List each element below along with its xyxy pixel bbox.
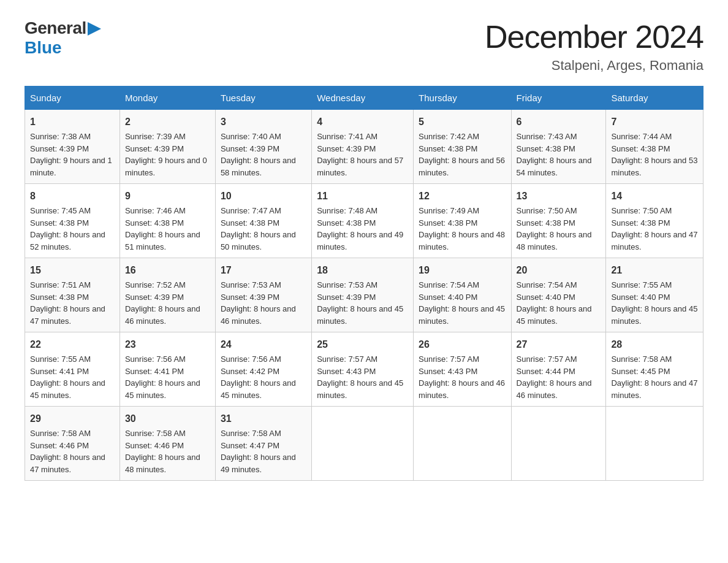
cell-info-line: Daylight: 8 hours and 51 minutes.: [125, 229, 210, 253]
day-number: 21: [611, 263, 698, 278]
logo-general-text: General: [25, 18, 86, 38]
cell-info-line: Daylight: 8 hours and 45 minutes.: [317, 377, 408, 401]
cell-info-line: Sunset: 4:38 PM: [30, 217, 115, 229]
cell-info-line: Sunset: 4:42 PM: [221, 366, 306, 378]
calendar-cell: 8Sunrise: 7:45 AMSunset: 4:38 PMDaylight…: [25, 184, 120, 258]
calendar-cell: 25Sunrise: 7:57 AMSunset: 4:43 PMDayligh…: [312, 332, 414, 407]
calendar-cell: 23Sunrise: 7:56 AMSunset: 4:41 PMDayligh…: [119, 332, 215, 407]
calendar-body: 1Sunrise: 7:38 AMSunset: 4:39 PMDaylight…: [25, 110, 703, 481]
cell-info-line: Sunset: 4:39 PM: [125, 291, 210, 304]
cell-info-line: Sunrise: 7:38 AM: [30, 131, 115, 143]
cell-info-line: Sunrise: 7:58 AM: [221, 427, 306, 440]
cell-info-line: Daylight: 8 hours and 46 minutes.: [517, 377, 601, 401]
col-friday: Friday: [511, 86, 606, 110]
cell-info-line: Sunset: 4:47 PM: [221, 440, 306, 452]
cell-info-line: Sunrise: 7:57 AM: [317, 353, 408, 366]
cell-info-line: Sunset: 4:40 PM: [611, 291, 698, 304]
cell-info-line: Sunrise: 7:51 AM: [30, 279, 115, 291]
calendar-cell: 11Sunrise: 7:48 AMSunset: 4:38 PMDayligh…: [312, 184, 414, 258]
calendar-week-row: 8Sunrise: 7:45 AMSunset: 4:38 PMDaylight…: [25, 184, 703, 258]
calendar-cell: 20Sunrise: 7:54 AMSunset: 4:40 PMDayligh…: [511, 258, 606, 332]
day-number: 2: [125, 115, 210, 129]
cell-info-line: Daylight: 8 hours and 45 minutes.: [30, 377, 115, 401]
cell-info-line: Sunrise: 7:57 AM: [517, 353, 601, 366]
cell-info-line: Daylight: 8 hours and 45 minutes.: [221, 377, 306, 401]
cell-info-line: Daylight: 8 hours and 45 minutes.: [317, 303, 408, 327]
cell-info-line: Daylight: 8 hours and 48 minutes.: [419, 229, 506, 253]
day-number: 3: [221, 115, 306, 129]
day-number: 29: [30, 412, 115, 426]
calendar-cell: 13Sunrise: 7:50 AMSunset: 4:38 PMDayligh…: [511, 184, 606, 258]
cell-info-line: Daylight: 9 hours and 0 minutes.: [125, 155, 210, 178]
calendar-cell: 29Sunrise: 7:58 AMSunset: 4:46 PMDayligh…: [25, 407, 120, 481]
calendar-cell: 15Sunrise: 7:51 AMSunset: 4:38 PMDayligh…: [25, 258, 120, 332]
day-number: 1: [30, 115, 115, 129]
day-number: 31: [221, 412, 306, 426]
col-monday: Monday: [119, 86, 215, 110]
cell-info-line: Sunrise: 7:54 AM: [517, 279, 601, 291]
day-number: 11: [317, 189, 408, 204]
cell-info-line: Sunrise: 7:49 AM: [419, 205, 506, 217]
logo-blue-text: Blue: [25, 38, 62, 57]
cell-info-line: Sunrise: 7:58 AM: [30, 427, 115, 440]
cell-info-line: Daylight: 8 hours and 47 minutes.: [30, 303, 115, 327]
day-number: 4: [317, 115, 408, 129]
cell-info-line: Sunrise: 7:46 AM: [125, 205, 210, 217]
cell-info-line: Daylight: 8 hours and 49 minutes.: [221, 451, 306, 475]
cell-info-line: Daylight: 8 hours and 47 minutes.: [611, 377, 698, 401]
calendar-cell: 22Sunrise: 7:55 AMSunset: 4:41 PMDayligh…: [25, 332, 120, 407]
cell-info-line: Sunrise: 7:40 AM: [221, 131, 306, 143]
logo: General Blue: [25, 18, 101, 58]
cell-info-line: Sunset: 4:39 PM: [221, 143, 306, 155]
cell-info-line: Sunrise: 7:50 AM: [517, 205, 601, 217]
cell-info-line: Sunset: 4:43 PM: [419, 366, 506, 378]
cell-info-line: Sunrise: 7:50 AM: [611, 205, 698, 217]
cell-info-line: Sunrise: 7:55 AM: [611, 279, 698, 291]
day-number: 13: [517, 189, 601, 204]
cell-info-line: Sunrise: 7:58 AM: [125, 427, 210, 440]
day-number: 30: [125, 412, 210, 426]
day-number: 19: [419, 263, 506, 278]
cell-info-line: Daylight: 8 hours and 48 minutes.: [125, 451, 210, 475]
month-title: December 2024: [485, 18, 703, 55]
cell-info-line: Sunset: 4:38 PM: [611, 143, 698, 155]
calendar-cell: 2Sunrise: 7:39 AMSunset: 4:39 PMDaylight…: [119, 110, 215, 184]
cell-info-line: Sunrise: 7:41 AM: [317, 131, 408, 143]
cell-info-line: Sunrise: 7:39 AM: [125, 131, 210, 143]
cell-info-line: Sunset: 4:41 PM: [125, 366, 210, 378]
header-row: Sunday Monday Tuesday Wednesday Thursday…: [25, 86, 703, 110]
cell-info-line: Sunset: 4:41 PM: [30, 366, 115, 378]
cell-info-line: Sunset: 4:39 PM: [30, 143, 115, 155]
cell-info-line: Sunrise: 7:53 AM: [317, 279, 408, 291]
location-title: Stalpeni, Arges, Romania: [485, 58, 703, 74]
day-number: 6: [517, 115, 601, 129]
cell-info-line: Daylight: 8 hours and 54 minutes.: [517, 155, 601, 178]
cell-info-line: Sunset: 4:38 PM: [30, 291, 115, 304]
calendar-cell: 9Sunrise: 7:46 AMSunset: 4:38 PMDaylight…: [119, 184, 215, 258]
cell-info-line: Sunset: 4:39 PM: [317, 291, 408, 304]
cell-info-line: Sunrise: 7:58 AM: [611, 353, 698, 366]
cell-info-line: Sunrise: 7:44 AM: [611, 131, 698, 143]
calendar-header: Sunday Monday Tuesday Wednesday Thursday…: [25, 86, 703, 110]
day-number: 27: [517, 337, 601, 352]
calendar-cell: 19Sunrise: 7:54 AMSunset: 4:40 PMDayligh…: [414, 258, 512, 332]
calendar-cell: [606, 407, 703, 481]
cell-info-line: Sunrise: 7:56 AM: [125, 353, 210, 366]
cell-info-line: Sunrise: 7:53 AM: [221, 279, 306, 291]
day-number: 23: [125, 337, 210, 352]
cell-info-line: Sunrise: 7:43 AM: [517, 131, 601, 143]
day-number: 7: [611, 115, 698, 129]
logo-triangle-icon: [88, 22, 101, 36]
cell-info-line: Sunrise: 7:47 AM: [221, 205, 306, 217]
cell-info-line: Sunset: 4:38 PM: [611, 217, 698, 229]
calendar-week-row: 29Sunrise: 7:58 AMSunset: 4:46 PMDayligh…: [25, 407, 703, 481]
cell-info-line: Daylight: 8 hours and 53 minutes.: [611, 155, 698, 178]
day-number: 14: [611, 189, 698, 204]
calendar-cell: [511, 407, 606, 481]
cell-info-line: Daylight: 8 hours and 52 minutes.: [30, 229, 115, 253]
calendar-table: Sunday Monday Tuesday Wednesday Thursday…: [25, 86, 703, 481]
calendar-cell: 1Sunrise: 7:38 AMSunset: 4:39 PMDaylight…: [25, 110, 120, 184]
calendar-cell: 12Sunrise: 7:49 AMSunset: 4:38 PMDayligh…: [414, 184, 512, 258]
calendar-cell: [414, 407, 512, 481]
cell-info-line: Sunset: 4:38 PM: [517, 217, 601, 229]
